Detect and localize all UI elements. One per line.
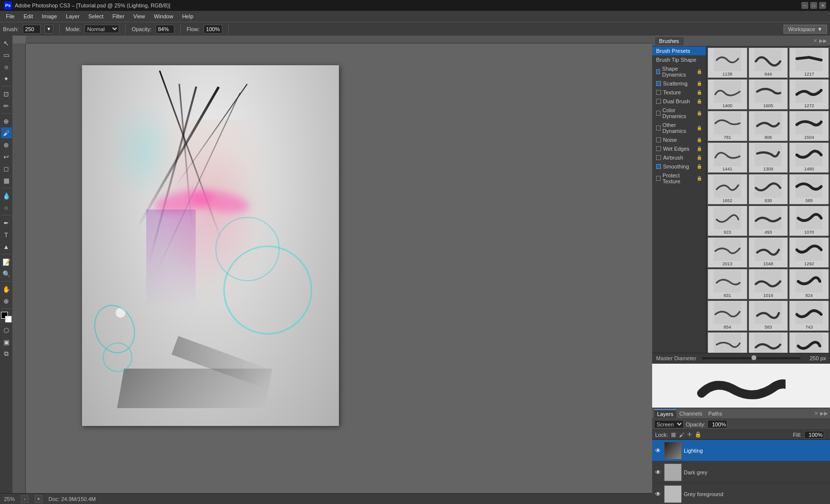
brush-thumb-806[interactable]: 806: [748, 111, 788, 141]
eyedropper-tool[interactable]: ✏: [1, 100, 12, 111]
brush-thumb-680[interactable]: 680: [789, 332, 829, 353]
brush-thumb-781[interactable]: 781: [707, 111, 747, 141]
notes-tool[interactable]: 📝: [1, 256, 12, 267]
brush-thumb-493[interactable]: 493: [748, 206, 788, 236]
dodge-tool[interactable]: ○: [1, 202, 12, 213]
brush-thumb-1016[interactable]: 1016: [748, 269, 788, 299]
brushes-tab[interactable]: Brushes: [655, 37, 683, 45]
brushes-close-button[interactable]: ✕: [813, 38, 817, 43]
brush-thumb-1309[interactable]: 1309: [748, 142, 788, 173]
close-button[interactable]: ✕: [819, 2, 826, 9]
channels-tab[interactable]: Channels: [676, 410, 705, 418]
brush-thumb-2013[interactable]: 2013: [707, 237, 747, 268]
layer-lighting[interactable]: 👁 Lighting: [652, 440, 830, 462]
layer-grey-foreground-visibility-toggle[interactable]: 👁: [654, 490, 662, 498]
smoothing-checkbox[interactable]: [656, 164, 661, 169]
menu-file[interactable]: File: [2, 12, 19, 20]
flow-input[interactable]: [204, 25, 222, 34]
brush-thumb-1272[interactable]: 1272: [789, 79, 829, 110]
healing-tool[interactable]: ⊕: [1, 116, 12, 126]
gradient-tool[interactable]: ▦: [1, 175, 12, 186]
preset-texture[interactable]: Texture 🔒: [652, 88, 706, 97]
protect-texture-checkbox[interactable]: [656, 176, 661, 181]
menu-edit[interactable]: Edit: [20, 12, 37, 20]
app-mode-button[interactable]: ⧉: [1, 348, 12, 359]
color-dynamics-checkbox[interactable]: [656, 111, 661, 116]
quick-mask-button[interactable]: ⬡: [1, 325, 12, 336]
airbrush-checkbox[interactable]: [656, 155, 661, 160]
window-controls[interactable]: ─ □ ✕: [801, 2, 826, 9]
menu-window[interactable]: Window: [150, 12, 177, 20]
document-canvas[interactable]: [82, 65, 339, 426]
layers-tab[interactable]: Layers: [654, 409, 676, 418]
brush-thumb-824[interactable]: 824: [789, 269, 829, 299]
zoom-tool[interactable]: ⊕: [1, 295, 12, 306]
brush-thumb-1678[interactable]: 1678: [707, 332, 747, 353]
brush-picker-button[interactable]: ▾: [44, 25, 53, 34]
brush-thumb-743[interactable]: 743: [789, 300, 829, 331]
lock-position-button[interactable]: ✛: [687, 431, 692, 438]
menu-filter[interactable]: Filter: [108, 12, 128, 20]
text-tool[interactable]: T: [1, 229, 12, 240]
background-color[interactable]: [5, 316, 12, 323]
crop-tool[interactable]: ⊡: [1, 88, 12, 99]
pen-tool[interactable]: ✒: [1, 217, 12, 228]
layer-blend-mode-select[interactable]: Screen Normal Multiply Overlay: [654, 420, 684, 428]
zoom-in-button[interactable]: +: [35, 495, 42, 503]
preset-wet-edges[interactable]: Wet Edges 🔒: [652, 144, 706, 153]
blur-tool[interactable]: 💧: [1, 190, 12, 201]
menu-help[interactable]: Help: [178, 12, 198, 20]
diameter-slider-thumb[interactable]: [751, 355, 756, 360]
brush-thumb-854[interactable]: 854: [707, 300, 747, 331]
preset-other-dynamics[interactable]: Other Dynamics 🔒: [652, 121, 706, 135]
preset-color-dynamics[interactable]: Color Dynamics 🔒: [652, 106, 706, 121]
preset-brush-presets[interactable]: Brush Presets: [652, 46, 706, 55]
brush-thumb-583[interactable]: 583: [748, 300, 788, 331]
other-dynamics-checkbox[interactable]: [656, 126, 661, 130]
preset-protect-texture[interactable]: Protect Texture 🔒: [652, 171, 706, 186]
move-tool[interactable]: ↖: [1, 38, 12, 48]
menu-view[interactable]: View: [129, 12, 149, 20]
brush-thumb-644[interactable]: 644: [748, 47, 788, 78]
mode-select[interactable]: Normal: [84, 25, 119, 33]
layer-dark-grey-visibility-toggle[interactable]: 👁: [654, 468, 662, 476]
clone-tool[interactable]: ⊗: [1, 139, 12, 150]
brush-thumb-1652[interactable]: 1652: [707, 174, 747, 205]
brush-thumb-1605[interactable]: 1605: [748, 79, 788, 110]
layer-dark-grey[interactable]: 👁 Dark grey: [652, 462, 830, 483]
layer-grey-foreground[interactable]: 👁 Grey foreground: [652, 483, 830, 504]
marquee-tool[interactable]: ▭: [1, 49, 12, 60]
zoom-out-button[interactable]: -: [21, 495, 29, 503]
scattering-checkbox[interactable]: [656, 81, 661, 86]
brush-size-input[interactable]: [23, 25, 41, 34]
menu-image[interactable]: Image: [38, 12, 61, 20]
color-swatches[interactable]: [1, 312, 12, 323]
paths-tab[interactable]: Paths: [706, 410, 725, 418]
screen-mode-button[interactable]: ▣: [1, 336, 12, 347]
preset-dual-brush[interactable]: Dual Brush 🔒: [652, 97, 706, 106]
brush-thumb-1480[interactable]: 1480: [789, 142, 829, 173]
preset-smoothing[interactable]: Smoothing 🔒: [652, 162, 706, 171]
brush-tool[interactable]: 🖌: [1, 127, 12, 138]
brushes-collapse-button[interactable]: ▶▶: [819, 38, 827, 43]
magic-wand-tool[interactable]: ✦: [1, 73, 12, 84]
preset-airbrush[interactable]: Airbrush 🔒: [652, 153, 706, 162]
layers-collapse-button[interactable]: ▶▶: [820, 411, 828, 416]
brush-thumb-1217[interactable]: 1217: [789, 47, 829, 78]
brush-thumb-1400[interactable]: 1400: [707, 79, 747, 110]
wet-edges-checkbox[interactable]: [656, 146, 661, 151]
brush-thumb-1441[interactable]: 1441: [707, 142, 747, 173]
eyedropper2-tool[interactable]: 🔍: [1, 268, 12, 279]
history-brush[interactable]: ↩: [1, 151, 12, 162]
texture-checkbox[interactable]: [656, 90, 661, 95]
lock-transparent-pixels-button[interactable]: ▦: [671, 431, 676, 438]
minimize-button[interactable]: ─: [801, 2, 808, 9]
layer-fill-input[interactable]: [804, 431, 824, 439]
hand-tool[interactable]: ✋: [1, 284, 12, 294]
menu-layer[interactable]: Layer: [62, 12, 83, 20]
preset-scattering[interactable]: Scattering 🔒: [652, 79, 706, 88]
lasso-tool[interactable]: ⌾: [1, 61, 12, 72]
brush-thumb-923[interactable]: 923: [707, 206, 747, 236]
layer-opacity-input[interactable]: [707, 420, 727, 428]
dual-brush-checkbox[interactable]: [656, 99, 661, 104]
